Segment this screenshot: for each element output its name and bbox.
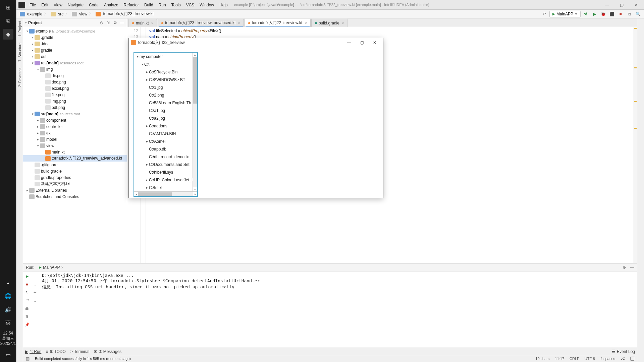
event-log-button[interactable]: ☰ Event Log bbox=[612, 349, 635, 354]
breadcrumb[interactable]: example〉 bbox=[18, 10, 49, 17]
console-output[interactable]: D:\soft\jdk\jdk-14\bin\java.exe ... 4月 0… bbox=[39, 272, 637, 348]
treeview-item[interactable]: C:\2.png bbox=[134, 91, 193, 99]
tree-arrow-icon[interactable]: ▸ bbox=[145, 139, 149, 143]
project-tree-item[interactable]: doc.png bbox=[23, 79, 127, 85]
task-view-icon[interactable]: ⧉ bbox=[3, 15, 13, 26]
treeview-item[interactable]: ▾C:\ bbox=[134, 60, 193, 68]
tree-arrow-icon[interactable]: ▸ bbox=[145, 124, 149, 128]
tree-arrow-icon[interactable]: ▾ bbox=[36, 144, 40, 147]
project-tree-item[interactable]: ▾src [main]sources root bbox=[23, 111, 127, 117]
bottom-tool-tab[interactable]: >Terminal bbox=[70, 349, 89, 354]
project-tree-item[interactable]: ▸ex bbox=[23, 130, 127, 136]
app-close-button[interactable]: ✕ bbox=[368, 38, 381, 47]
close-tab-icon[interactable]: × bbox=[61, 265, 63, 270]
tree-arrow-icon[interactable]: ▸ bbox=[36, 138, 40, 141]
project-tree-item[interactable]: ▸gradle bbox=[23, 47, 127, 53]
tree-arrow-icon[interactable]: ▸ bbox=[145, 186, 149, 189]
project-tree-item[interactable]: ▾res [main]resources root bbox=[23, 60, 127, 66]
menu-run[interactable]: Run bbox=[156, 1, 168, 9]
hide-panel-icon[interactable]: — bbox=[119, 20, 125, 26]
tree-arrow-icon[interactable]: ▾ bbox=[36, 68, 40, 71]
up-icon[interactable]: ↑ bbox=[33, 274, 38, 279]
tree-arrow-icon[interactable]: ▾ bbox=[140, 62, 144, 66]
tree-arrow-icon[interactable]: ▾ bbox=[25, 29, 29, 33]
stop-icon[interactable]: ■ bbox=[617, 10, 624, 18]
treeview-item[interactable]: C:\1.jpg bbox=[134, 83, 193, 91]
softwrap-icon[interactable]: ↩ bbox=[33, 290, 38, 295]
pin-icon[interactable]: 📌 bbox=[24, 322, 30, 327]
tree-arrow-icon[interactable]: ▸ bbox=[31, 42, 35, 46]
status-window-icon[interactable]: ▥ bbox=[26, 356, 30, 361]
treeview-item[interactable]: C:\hiberfil.sys bbox=[134, 168, 193, 176]
dump-icon[interactable]: ⬚ bbox=[24, 298, 30, 303]
project-tree-item[interactable]: build.gradle bbox=[23, 168, 127, 174]
editor-tab[interactable]: build.gradle× bbox=[311, 19, 347, 27]
project-tree-item[interactable]: gradle.properties bbox=[23, 174, 127, 181]
project-tree-item[interactable]: ▸model bbox=[23, 136, 127, 142]
expand-all-icon[interactable]: ⇲ bbox=[105, 20, 111, 26]
restart-icon[interactable]: ↻ bbox=[24, 290, 30, 295]
menu-view[interactable]: View bbox=[51, 1, 65, 9]
treeview-scrollbar-horizontal[interactable]: ◂▸ bbox=[134, 191, 197, 196]
tree-arrow-icon[interactable]: ▾ bbox=[31, 112, 35, 116]
menu-help[interactable]: Help bbox=[217, 1, 230, 9]
run-settings-icon[interactable]: ⚙ bbox=[623, 265, 626, 270]
tree-arrow-icon[interactable]: ▸ bbox=[145, 178, 149, 182]
minimize-button[interactable]: — bbox=[599, 0, 614, 10]
git-branch-icon[interactable]: ⎇ bbox=[621, 356, 625, 361]
close-tab-icon[interactable]: × bbox=[305, 21, 307, 25]
locate-icon[interactable]: ⊙ bbox=[99, 20, 105, 26]
stop-run-icon[interactable]: ■ bbox=[24, 282, 30, 287]
project-tree-item[interactable]: ▾view bbox=[23, 142, 127, 149]
menu-analyze[interactable]: Analyze bbox=[102, 1, 121, 9]
project-tree[interactable]: ▾exampleE:\projects\javafx\example▸.grad… bbox=[23, 27, 127, 263]
coverage-icon[interactable]: ⬛ bbox=[608, 10, 615, 18]
treeview-item[interactable]: C:\db_record_demo.tx bbox=[134, 153, 193, 161]
menu-edit[interactable]: Edit bbox=[39, 1, 51, 9]
project-tree-item[interactable]: img.png bbox=[23, 98, 127, 104]
treeview-item[interactable]: ▸C:\addons bbox=[134, 122, 193, 130]
project-tree-item[interactable]: ▸.idea bbox=[23, 41, 127, 47]
tree-arrow-icon[interactable]: ▸ bbox=[31, 49, 35, 52]
tree-arrow-icon[interactable]: ▸ bbox=[36, 131, 40, 135]
status-eol[interactable]: CRLF bbox=[570, 357, 579, 361]
app-window[interactable]: tornadofx入门22_treeview — ▢ ✕ ▾my compute… bbox=[128, 38, 383, 198]
gear-icon[interactable]: ⚙ bbox=[112, 20, 118, 26]
tree-arrow-icon[interactable]: ▸ bbox=[145, 78, 149, 81]
network-icon[interactable]: 🌐 bbox=[3, 291, 13, 301]
search-icon[interactable]: 🔍 bbox=[634, 10, 642, 18]
close-tab-icon[interactable]: × bbox=[151, 21, 153, 25]
app-treeview[interactable]: ▾my computer▾C:\▸C:\$Recycle.Bin▸C:\$WIN… bbox=[133, 52, 198, 197]
debug-icon[interactable]: 🐞 bbox=[599, 10, 607, 18]
project-tree-item[interactable]: ▸.gradle bbox=[23, 34, 127, 41]
project-tree-item[interactable]: ▸out bbox=[23, 53, 127, 60]
tree-arrow-icon[interactable]: ▾ bbox=[31, 61, 35, 65]
bottom-tool-tab[interactable]: ≡6: TODO bbox=[46, 349, 66, 354]
hide-run-panel-icon[interactable]: — bbox=[630, 265, 634, 270]
print-icon[interactable]: 🖶 bbox=[24, 306, 30, 311]
treeview-item[interactable]: ▸C:\HP_Color_LaserJet_I bbox=[134, 176, 193, 184]
treeview-item[interactable]: C:\a1.jpg bbox=[134, 107, 193, 114]
treeview-item[interactable]: C:\a2.jpg bbox=[134, 114, 193, 122]
tree-arrow-icon[interactable]: ▸ bbox=[31, 36, 35, 39]
editor-tab[interactable]: tornadofx入门22_treeview.kt× bbox=[245, 19, 311, 27]
breadcrumb[interactable]: src〉 bbox=[49, 10, 70, 17]
project-tree-item[interactable]: .gitignore bbox=[23, 162, 127, 168]
breadcrumb[interactable]: tornadofx入门23_treeview.kt bbox=[94, 10, 155, 17]
tree-arrow-icon[interactable]: ▾ bbox=[136, 55, 140, 58]
project-tree-item[interactable]: pdf.png bbox=[23, 104, 127, 111]
bottom-tool-tab[interactable]: ▶4: Run bbox=[25, 349, 41, 354]
tree-arrow-icon[interactable]: ▸ bbox=[145, 70, 149, 74]
editor-tab[interactable]: main.kt× bbox=[128, 19, 157, 27]
project-tree-item[interactable]: dir.png bbox=[23, 72, 127, 79]
run-config-tab[interactable]: ▶ MainAPP × bbox=[36, 264, 66, 270]
app-minimize-button[interactable]: — bbox=[343, 38, 356, 47]
project-tree-item[interactable]: ▾exampleE:\projects\javafx\example bbox=[23, 28, 127, 34]
project-tree-item[interactable]: ▸External Libraries bbox=[23, 187, 127, 193]
run-icon[interactable]: ▶ bbox=[591, 10, 598, 18]
tray-up-icon[interactable]: ▲ bbox=[3, 277, 13, 288]
action-center-icon[interactable]: ▭ bbox=[3, 349, 13, 360]
project-tree-item[interactable]: excel.png bbox=[23, 85, 127, 92]
trash-icon[interactable]: 🗑 bbox=[24, 314, 30, 319]
treeview-item[interactable]: ▸C:\$WINDOWS.~BT bbox=[134, 76, 193, 83]
